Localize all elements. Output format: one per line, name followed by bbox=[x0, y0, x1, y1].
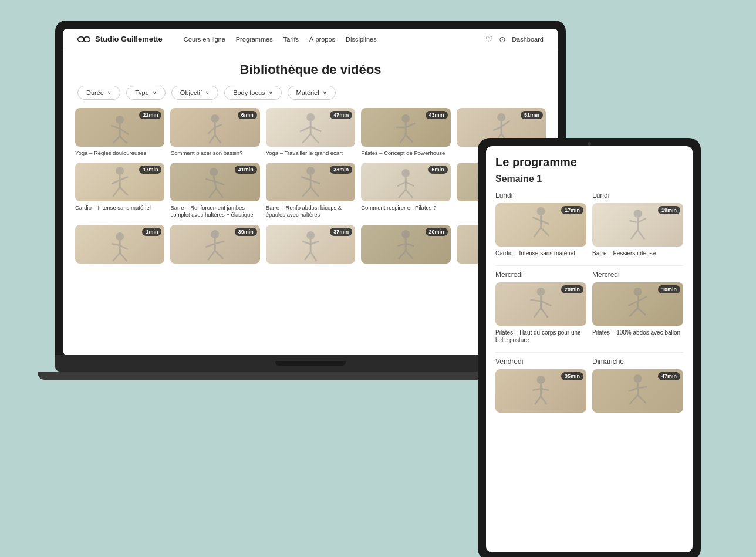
filter-materiel[interactable]: Matériel ∨ bbox=[288, 86, 336, 100]
laptop-notch bbox=[275, 361, 346, 366]
svg-line-23 bbox=[406, 123, 415, 127]
svg-line-53 bbox=[406, 182, 414, 186]
program-title: Le programme bbox=[495, 156, 683, 169]
svg-point-98 bbox=[634, 210, 642, 218]
video-card-2[interactable]: 6min Comment placer son bassin? bbox=[170, 108, 259, 157]
tablet-video-lundi-1[interactable]: 17min Cardio – Intense sans matériel bbox=[495, 203, 586, 257]
day-row-mercredi: Mercredi 20min Pilates – Haut du corps p… bbox=[495, 271, 683, 344]
svg-line-79 bbox=[310, 252, 316, 261]
day-label-dimanche: Dimanche bbox=[592, 357, 683, 366]
svg-line-43 bbox=[217, 188, 224, 198]
nav-tarifs[interactable]: Tarifs bbox=[284, 36, 299, 43]
svg-point-44 bbox=[306, 167, 315, 175]
week-title: Semaine 1 bbox=[495, 174, 683, 184]
tablet-camera bbox=[588, 142, 591, 146]
svg-line-72 bbox=[208, 251, 215, 260]
svg-line-107 bbox=[541, 301, 552, 306]
navbar: Studio Guillemette Cours en ligne Progra… bbox=[63, 29, 558, 50]
svg-line-97 bbox=[541, 228, 549, 236]
svg-line-100 bbox=[630, 221, 638, 222]
svg-line-118 bbox=[533, 389, 541, 390]
svg-line-37 bbox=[120, 187, 128, 195]
svg-line-71 bbox=[215, 241, 225, 244]
svg-line-103 bbox=[638, 230, 645, 239]
svg-line-17 bbox=[310, 127, 321, 131]
day-label-lundi-2: Lundi bbox=[592, 191, 683, 200]
svg-line-42 bbox=[210, 188, 217, 198]
nav-disciplines[interactable]: Disciplines bbox=[346, 36, 377, 43]
video-title: Barre – Renfo abdos, biceps & épaules av… bbox=[266, 204, 355, 219]
day-label-mercredi-1: Mercredi bbox=[495, 271, 586, 279]
nav-programmes[interactable]: Programmes bbox=[236, 36, 273, 43]
svg-line-4 bbox=[111, 126, 120, 129]
svg-line-114 bbox=[630, 308, 638, 316]
nav-links: Cours en ligne Programmes Tarifs À propo… bbox=[184, 36, 474, 43]
duration-badge: 6min bbox=[238, 111, 257, 119]
svg-line-52 bbox=[397, 182, 406, 186]
video-title: Yoga – Travailler le grand écart bbox=[266, 150, 355, 157]
svg-line-5 bbox=[120, 129, 129, 134]
video-title: Comment placer son bassin? bbox=[170, 150, 259, 157]
video-card-7[interactable]: 41min Barre – Renforcement jambes comple… bbox=[170, 163, 259, 219]
duration-badge: 17min bbox=[139, 166, 161, 174]
tablet-video-mercredi-1[interactable]: 20min Pilates – Haut du corps pour une b… bbox=[495, 282, 586, 344]
tablet-video-mercredi-2[interactable]: 10min Pilates – 100% abdos avec ballon bbox=[592, 282, 683, 336]
video-card-14[interactable]: 20min bbox=[361, 225, 450, 266]
video-card-4[interactable]: 43min Pilates – Concept de Powerhouse bbox=[361, 108, 450, 157]
filter-duree[interactable]: Durée ∨ bbox=[77, 86, 120, 100]
svg-point-92 bbox=[537, 207, 545, 215]
video-card-13[interactable]: 37min bbox=[266, 225, 355, 266]
heart-icon[interactable]: ♡ bbox=[485, 35, 493, 44]
filter-objectif[interactable]: Objectif ∨ bbox=[171, 86, 218, 100]
svg-line-19 bbox=[310, 134, 319, 143]
duration-badge: 43min bbox=[426, 111, 448, 119]
day-row-vendredi: Vendredi 35min Dima bbox=[495, 357, 683, 416]
svg-line-115 bbox=[638, 308, 646, 315]
svg-line-96 bbox=[534, 228, 541, 237]
video-card-1[interactable]: 21min Yoga – Règles douloureuses bbox=[75, 108, 164, 157]
tablet-screen: Le programme Semaine 1 Lundi 17 bbox=[486, 146, 693, 552]
dashboard-link[interactable]: Dashboard bbox=[512, 36, 544, 43]
filter-type[interactable]: Type ∨ bbox=[126, 86, 166, 100]
svg-line-16 bbox=[300, 127, 310, 131]
video-card-6[interactable]: 17min Cardio – Intense sans matériel bbox=[75, 163, 164, 219]
svg-line-54 bbox=[399, 190, 406, 198]
video-card-3[interactable]: 47min Yoga – Travailler le grand écart bbox=[266, 108, 355, 157]
svg-line-106 bbox=[531, 300, 541, 301]
svg-point-26 bbox=[497, 113, 505, 121]
tablet-video-vendredi[interactable]: 35min bbox=[495, 369, 586, 413]
tablet-video-dimanche[interactable]: 47min bbox=[592, 369, 683, 413]
video-card-8[interactable]: 33min Barre – Renfo abdos, biceps & épau… bbox=[266, 163, 355, 219]
nav-cours[interactable]: Cours en ligne bbox=[184, 36, 225, 43]
video-title: Yoga – Règles douloureuses bbox=[75, 150, 164, 157]
svg-line-36 bbox=[113, 187, 120, 197]
video-title: Barre – Renforcement jambes complet avec… bbox=[170, 204, 259, 219]
video-card-11[interactable]: 1min bbox=[75, 225, 164, 266]
duration-badge: 39min bbox=[235, 228, 257, 236]
video-card-12[interactable]: 39min bbox=[170, 225, 259, 266]
svg-point-110 bbox=[634, 288, 642, 296]
svg-line-121 bbox=[541, 396, 547, 404]
chevron-down-icon: ∨ bbox=[323, 90, 327, 96]
svg-point-14 bbox=[306, 113, 315, 121]
svg-line-94 bbox=[533, 217, 541, 221]
svg-line-29 bbox=[501, 121, 509, 127]
svg-line-35 bbox=[120, 177, 128, 180]
video-card-9[interactable]: 6min Comment respirer en Pilates ? bbox=[361, 163, 450, 219]
duration-badge: 1min bbox=[142, 228, 161, 236]
svg-line-65 bbox=[120, 245, 128, 249]
scene: Studio Guillemette Cours en ligne Progra… bbox=[55, 21, 701, 537]
chevron-down-icon: ∨ bbox=[205, 90, 210, 96]
nav-apropos[interactable]: À propos bbox=[309, 36, 335, 43]
duration-badge: 20min bbox=[561, 285, 583, 293]
tablet-video-title: Pilates – Haut du corps pour une belle p… bbox=[495, 329, 586, 344]
duration-badge: 51min bbox=[521, 111, 543, 119]
svg-line-7 bbox=[120, 136, 127, 143]
filter-body-focus[interactable]: Body focus ∨ bbox=[224, 86, 281, 100]
svg-point-20 bbox=[401, 114, 410, 123]
tablet: Le programme Semaine 1 Lundi 17 bbox=[478, 138, 701, 558]
tablet-video-lundi-2[interactable]: 19min Barre – Fessiers intense bbox=[592, 203, 683, 257]
chevron-down-icon: ∨ bbox=[153, 90, 157, 96]
user-icon[interactable]: ⊙ bbox=[499, 35, 506, 44]
svg-point-68 bbox=[211, 230, 220, 238]
